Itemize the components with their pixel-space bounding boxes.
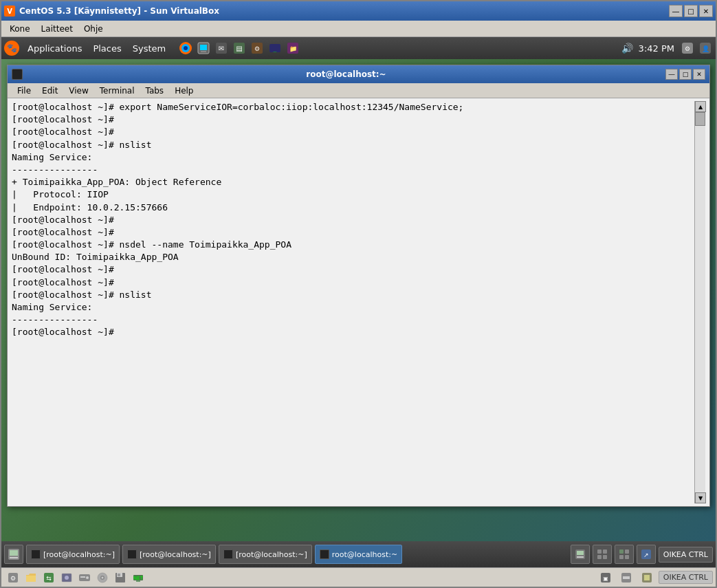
terminal-maximize-button[interactable]: □ — [679, 69, 692, 80]
statusbar-network-icon[interactable]: ⇆ — [41, 570, 56, 585]
statusbar-floppy-icon[interactable] — [113, 570, 128, 585]
panel-network-icon[interactable]: ⚙ — [680, 41, 695, 56]
scrollbar-down-button[interactable]: ▼ — [695, 492, 706, 503]
terminal-titlebar: root@localhost:~ ― □ ✕ — [8, 65, 709, 83]
panel-user-icon[interactable]: 👤 — [698, 41, 713, 56]
statusbar-right-icon-2[interactable] — [619, 570, 634, 585]
svg-rect-33 — [625, 555, 629, 559]
sound-icon[interactable]: 🔊 — [621, 43, 633, 54]
terminal-menubar: File Edit View Terminal Tabs Help — [8, 83, 709, 98]
panel-menu-places[interactable]: Places — [87, 41, 126, 56]
taskbar-term-4[interactable]: root@localhost:~ — [315, 545, 402, 564]
svg-rect-5 — [201, 51, 206, 52]
svg-rect-28 — [597, 555, 602, 559]
taskbar-term-1[interactable]: [root@localhost:~] — [26, 545, 120, 564]
terminal-menu-edit[interactable]: Edit — [36, 85, 63, 97]
statusbar-ctrl-label: OIKEA CTRL — [659, 571, 713, 584]
terminal-minimize-button[interactable]: ― — [665, 69, 678, 80]
svg-rect-26 — [597, 549, 602, 554]
statusbar-right-icon-3[interactable] — [639, 570, 654, 585]
terminal-content[interactable]: [root@localhost ~]# export NameServiceIO… — [8, 98, 709, 506]
svg-text:✉: ✉ — [219, 45, 224, 52]
svg-point-2 — [184, 46, 188, 50]
panel-icon-5[interactable]: _ — [267, 41, 283, 56]
taskbar-right-btn-4[interactable]: ↗ — [637, 545, 656, 564]
svg-rect-21 — [10, 550, 18, 556]
taskbar-term-3-icon — [223, 549, 233, 559]
vbox-window: V CentOS 5.3 [Käynnistetty] - Sun Virtua… — [0, 0, 717, 588]
panel-icon-3[interactable]: ▤ — [232, 41, 247, 56]
taskbar-right-btn-2[interactable] — [593, 545, 612, 564]
taskbar-term-2-icon — [127, 549, 137, 559]
terminal-scrollbar[interactable]: ▲ ▼ — [694, 101, 705, 503]
panel-menu-system[interactable]: System — [127, 41, 171, 56]
svg-rect-30 — [619, 549, 624, 554]
terminal-title: root@localhost:~ — [27, 69, 665, 79]
vbox-menu-laitteet[interactable]: Laitteet — [36, 23, 78, 35]
panel-icon-6[interactable]: 📁 — [285, 41, 300, 56]
scrollbar-up-button[interactable]: ▲ — [695, 101, 706, 112]
terminal-menu-terminal[interactable]: Terminal — [94, 85, 140, 97]
terminal-menu-tabs[interactable]: Tabs — [140, 85, 170, 97]
panel-icon-4[interactable]: ⚙ — [250, 41, 265, 56]
panel-icon-1[interactable] — [196, 41, 211, 56]
svg-point-41 — [65, 576, 69, 580]
svg-rect-27 — [603, 549, 607, 554]
vbox-close-button[interactable]: ✕ — [699, 5, 713, 17]
statusbar-right-icon-1[interactable]: ▣ — [598, 570, 613, 585]
vbox-menu-ohje[interactable]: Ohje — [78, 23, 109, 35]
taskbar-language-label[interactable]: OIKEA CTRL — [659, 547, 713, 563]
terminal-close-button[interactable]: ✕ — [693, 69, 705, 80]
statusbar-folder-icon[interactable] — [23, 570, 38, 585]
vbox-maximize-button[interactable]: □ — [684, 5, 698, 17]
svg-rect-25 — [577, 556, 584, 558]
panel-icon-2[interactable]: ✉ — [214, 41, 229, 56]
taskbar-term-2-label: [root@localhost:~] — [140, 550, 211, 559]
statusbar-cdrom-icon[interactable] — [95, 570, 110, 585]
taskbar-right-btn-1[interactable] — [571, 545, 590, 564]
panel-clock: 3:42 PM — [639, 43, 674, 54]
svg-rect-59 — [644, 575, 650, 580]
terminal-menu-view[interactable]: View — [63, 85, 93, 97]
scrollbar-thumb[interactable] — [695, 112, 705, 126]
svg-text:📁: 📁 — [289, 45, 298, 53]
statusbar-right: ▣ OIKEA CTRL — [597, 570, 713, 585]
statusbar-usb-icon[interactable]: ⚙ — [5, 570, 21, 585]
vbox-menubar: Kone Laitteet Ohje — [1, 21, 716, 37]
desktop-area: root@localhost:~ ― □ ✕ File Edit View Te… — [1, 59, 716, 541]
svg-point-43 — [86, 576, 89, 579]
taskbar-right-btn-3[interactable] — [615, 545, 634, 564]
gnome-taskbar: [root@localhost:~] [root@localhost:~] [r… — [1, 541, 716, 567]
vbox-minimize-button[interactable]: ― — [669, 5, 683, 17]
svg-rect-22 — [10, 557, 18, 558]
terminal-output: [root@localhost ~]# export NameServiceIO… — [12, 101, 694, 339]
svg-text:NET: NET — [133, 576, 144, 581]
svg-rect-4 — [200, 45, 207, 50]
gnome-top-panel: 🐾 Applications Places System — [1, 37, 716, 59]
taskbar-term-4-label: root@localhost:~ — [332, 550, 397, 559]
statusbar-network2-icon[interactable]: NET — [131, 570, 146, 585]
guest-os: 🐾 Applications Places System — [1, 37, 716, 567]
vbox-menu-kone[interactable]: Kone — [4, 23, 36, 35]
show-desktop-button[interactable] — [4, 545, 23, 564]
taskbar-term-3[interactable]: [root@localhost:~] — [219, 545, 312, 564]
terminal-menu-help[interactable]: Help — [169, 85, 199, 97]
statusbar-snapshot-icon[interactable] — [59, 570, 74, 585]
svg-rect-44 — [80, 576, 85, 578]
statusbar-hdd-icon[interactable] — [77, 570, 92, 585]
svg-rect-29 — [603, 555, 607, 559]
scrollbar-track[interactable] — [695, 112, 705, 492]
panel-menu-applications[interactable]: Applications — [22, 41, 87, 56]
terminal-text-area[interactable]: [root@localhost ~]# export NameServiceIO… — [12, 101, 694, 503]
firefox-icon[interactable] — [178, 41, 193, 56]
vbox-statusbar: ⚙ ⇆ — [1, 567, 716, 587]
svg-text:▤: ▤ — [236, 45, 243, 52]
vbox-titlebar: V CentOS 5.3 [Käynnistetty] - Sun Virtua… — [1, 1, 716, 21]
svg-rect-24 — [577, 551, 584, 555]
svg-text:⇆: ⇆ — [46, 575, 52, 582]
terminal-window-controls: ― □ ✕ — [665, 69, 705, 80]
gnome-logo: 🐾 — [4, 41, 19, 56]
taskbar-term-2[interactable]: [root@localhost:~] — [122, 545, 216, 564]
vbox-window-controls: ― □ ✕ — [669, 5, 713, 17]
terminal-menu-file[interactable]: File — [12, 85, 36, 97]
